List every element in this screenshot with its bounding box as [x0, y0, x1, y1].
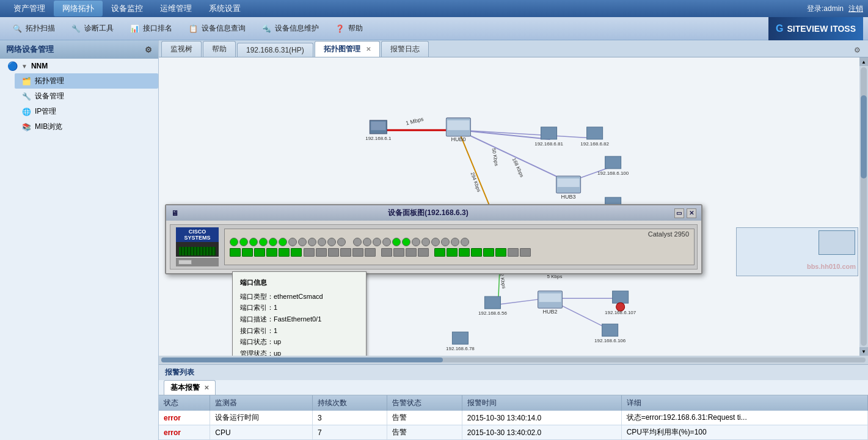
sidebar-item-dev-mgmt[interactable]: 🔧 设备管理: [15, 89, 158, 104]
menu-assets[interactable]: 资产管理: [5, 1, 54, 16]
tooltip-key-type: 端口类型: [240, 293, 267, 300]
port-indicator[interactable]: [353, 238, 362, 246]
port-indicator[interactable]: [402, 238, 410, 246]
table-row[interactable]: error CPU 7 告警 2015-10-30 13:40:02.0 CPU…: [159, 425, 868, 440]
menu-system-settings[interactable]: 系统设置: [200, 1, 249, 16]
port-connector[interactable]: [508, 248, 519, 257]
tab-device-192[interactable]: 192.168.6.31(HP): [237, 43, 313, 57]
vscroll-thumb[interactable]: [861, 95, 867, 179]
hscroll-thumb[interactable]: [161, 358, 443, 362]
tab-settings-gear-icon[interactable]: ⚙: [849, 43, 866, 57]
port-indicator[interactable]: [431, 238, 440, 246]
top-menubar: 资产管理 网络拓扑 设备监控 运维管理 系统设置 登录:admin 注销: [0, 0, 868, 17]
sidebar-item-topo-mgmt[interactable]: 🗂️ 拓扑管理: [15, 73, 158, 89]
port-connector[interactable]: [406, 248, 417, 257]
port-connector[interactable]: [254, 248, 265, 257]
menu-device-monitor[interactable]: 设备监控: [103, 1, 151, 16]
port-indicator[interactable]: [318, 238, 326, 246]
port-indicator[interactable]: [327, 238, 336, 246]
port-tooltip-content: 端口类型：ethernetCsmacd 端口索引：1 端口描述：FastEthe…: [240, 291, 359, 356]
port-connector[interactable]: [447, 248, 458, 257]
panel-restore-btn[interactable]: ▭: [674, 208, 684, 218]
port-connector[interactable]: [471, 248, 482, 257]
sidebar-item-nnm[interactable]: 🔵 ▼ NNM: [0, 59, 158, 73]
port-connector[interactable]: [328, 248, 339, 257]
tab-topo-mgmt[interactable]: 拓扑图管理 ✕: [315, 41, 380, 57]
port-connector[interactable]: [352, 248, 363, 257]
port-indicator[interactable]: [259, 238, 268, 246]
port-connector[interactable]: [365, 248, 376, 257]
port-connector[interactable]: [340, 248, 351, 257]
menu-network-topo[interactable]: 网络拓扑: [54, 1, 103, 16]
port-indicator[interactable]: [249, 238, 258, 246]
port-connector[interactable]: [418, 248, 429, 257]
port-connector[interactable]: [291, 248, 302, 257]
network-map[interactable]: 1 Mbps 50 Kbps 294 Kbps 168 Kbps 2 Kbps …: [159, 57, 868, 356]
port-connector[interactable]: [495, 248, 506, 257]
toolbar-help[interactable]: ❓ 帮助: [327, 21, 369, 37]
port-indicator[interactable]: [288, 238, 297, 246]
content-area: 监视树 帮助 192.168.6.31(HP) 拓扑图管理 ✕ 报警日志 ⚙: [159, 40, 868, 440]
alerts-tab-basic[interactable]: 基本报警 ✕: [164, 380, 216, 395]
sidebar-item-mib-browser[interactable]: 📚 MIB浏览: [15, 119, 158, 134]
scroll-up-btn[interactable]: ▲: [859, 57, 868, 66]
right-scrollbar[interactable]: ▲ ▼: [859, 57, 868, 356]
port-connector[interactable]: [230, 248, 241, 257]
port-indicator[interactable]: [298, 238, 307, 246]
login-info: 登录:admin: [807, 4, 844, 14]
port-connector[interactable]: [316, 248, 327, 257]
port-connector[interactable]: [520, 248, 531, 257]
port-connector[interactable]: [459, 248, 470, 257]
tab-help[interactable]: 帮助: [203, 41, 236, 57]
port-tooltip: 端口信息 端口类型：ethernetCsmacd 端口索引：1 端口描述：Fas…: [232, 271, 367, 356]
port-indicator[interactable]: [382, 238, 391, 246]
table-row[interactable]: error 设备运行时间 3 告警 2015-10-30 13:40:14.0 …: [159, 411, 868, 425]
port-indicator[interactable]: [269, 238, 277, 246]
port-connector[interactable]: [242, 248, 253, 257]
toolbar-dev-info-maintain[interactable]: 🔩 设备信息维护: [254, 21, 325, 37]
vscroll-track[interactable]: [861, 67, 867, 346]
scroll-down-btn[interactable]: ▼: [859, 347, 868, 356]
port-indicator[interactable]: [230, 238, 238, 246]
minimap-viewport[interactable]: [819, 230, 855, 255]
port-connector[interactable]: [393, 248, 404, 257]
tab-monitor-tree[interactable]: 监视树: [161, 41, 202, 57]
alerts-tab-close[interactable]: ✕: [204, 384, 209, 391]
port-indicator[interactable]: [451, 238, 459, 246]
sidebar-item-ip-mgmt[interactable]: 🌐 IP管理: [15, 104, 158, 119]
port-connector[interactable]: [381, 248, 392, 257]
panel-close-btn[interactable]: ✕: [687, 208, 696, 218]
menu-ops[interactable]: 运维管理: [151, 1, 200, 16]
port-indicator[interactable]: [392, 238, 401, 246]
logo-g-icon: G: [776, 23, 783, 34]
port-indicator[interactable]: [421, 238, 430, 246]
tab-alert-log[interactable]: 报警日志: [381, 41, 429, 57]
port-indicator[interactable]: [461, 238, 469, 246]
toolbar-dev-info-query[interactable]: 📋 设备信息查询: [181, 21, 252, 37]
port-indicator[interactable]: [373, 238, 381, 246]
hscroll-bar[interactable]: [159, 356, 868, 364]
port-indicator[interactable]: [279, 238, 287, 246]
port-rank-icon: 📊: [128, 23, 140, 35]
port-indicator[interactable]: [441, 238, 450, 246]
alerts-tabs: 基本报警 ✕: [159, 380, 868, 395]
port-connector[interactable]: [266, 248, 277, 257]
port-indicator[interactable]: [363, 238, 371, 246]
port-connector[interactable]: [483, 248, 494, 257]
hscroll-track[interactable]: [161, 358, 866, 362]
topo-mgmt-label: 拓扑管理: [35, 76, 64, 86]
port-indicator[interactable]: [239, 238, 248, 246]
sidebar-gear-icon[interactable]: ⚙: [145, 45, 152, 54]
logout-btn[interactable]: 注销: [848, 4, 863, 14]
port-connector[interactable]: [434, 248, 445, 257]
port-indicator[interactable]: [308, 238, 316, 246]
port-indicator[interactable]: [412, 238, 420, 246]
port-connector[interactable]: [279, 248, 290, 257]
tab-topo-mgmt-close[interactable]: ✕: [366, 46, 371, 53]
port-indicator[interactable]: [337, 238, 346, 246]
port-connector[interactable]: [304, 248, 315, 257]
main-layout: 网络设备管理 ⚙ 🔵 ▼ NNM 🗂️ 拓扑管理 🔧 设备管理 🌐 IP管理 📚: [0, 40, 868, 440]
toolbar-diag-tool[interactable]: 🔧 诊断工具: [64, 21, 120, 37]
toolbar-port-rank[interactable]: 📊 接口排名: [122, 21, 178, 37]
toolbar-topo-scan[interactable]: 🔍 拓扑扫描: [5, 21, 61, 37]
